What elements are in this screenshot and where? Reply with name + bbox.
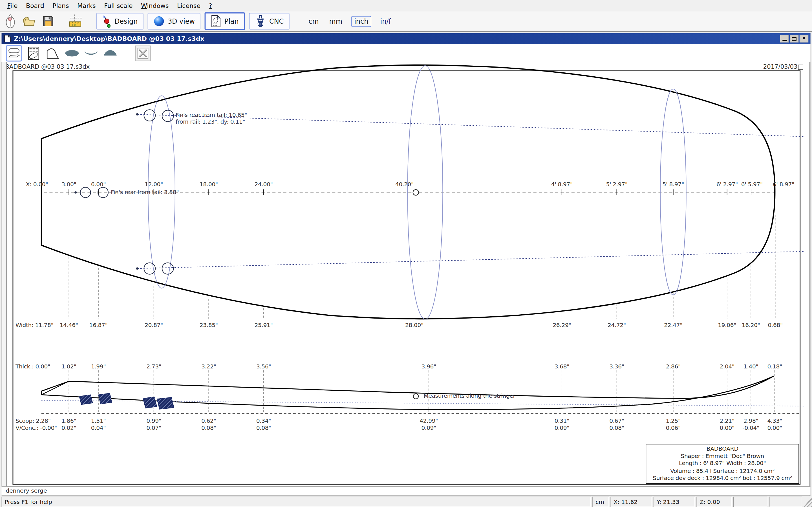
- menu-item-windows[interactable]: Windows: [137, 1, 173, 10]
- unit-cm[interactable]: cm: [307, 16, 320, 26]
- design-nodes-icon: [102, 14, 111, 28]
- outline-profile-view-icon[interactable]: [6, 45, 22, 61]
- plan-button-label: Plan: [224, 17, 239, 25]
- cnc-button-label: CNC: [269, 17, 284, 25]
- menu-item--[interactable]: ?: [205, 1, 216, 10]
- minimize-button[interactable]: [780, 35, 789, 43]
- unit-inf[interactable]: in/f: [378, 16, 393, 26]
- spec-sheet-icon[interactable]: [26, 45, 42, 61]
- cnc-mill-icon: [255, 15, 266, 27]
- 3d-view-button[interactable]: 3D view: [147, 13, 200, 30]
- view-toolbar: [2, 44, 811, 62]
- open-folder-icon[interactable]: [22, 13, 37, 30]
- slice-curve-icon[interactable]: [45, 45, 61, 61]
- user-name: dennery serge: [6, 487, 47, 494]
- hand-draw-icon[interactable]: [3, 13, 18, 30]
- document-footer: dennery serge: [2, 487, 811, 495]
- status-x: X: 11.62: [611, 497, 652, 507]
- app-window: FileBoardPlansMarksFull scaleWindowsLice…: [0, 0, 812, 507]
- close-button[interactable]: ✕: [800, 35, 808, 43]
- document-area: [2, 33, 811, 496]
- 3d-view-button-label: 3D view: [168, 17, 195, 25]
- main-toolbar: 1 0 Design 3D view: [0, 11, 812, 32]
- header-checkbox[interactable]: [798, 65, 803, 70]
- status-unit: cm: [592, 497, 609, 507]
- bottom-curve-icon[interactable]: [84, 45, 99, 61]
- status-empty-1: [733, 497, 767, 507]
- document-title: Z:\Users\dennery\Desktop\BADBOARD @03 03…: [14, 35, 204, 42]
- ruler-icon[interactable]: 1 0: [67, 13, 83, 30]
- menu-item-board[interactable]: Board: [22, 1, 48, 10]
- menu-item-file[interactable]: File: [3, 1, 22, 10]
- design-button[interactable]: Design: [96, 13, 144, 30]
- status-bar: Press F1 for help cm X: 11.62 Y: 21.33 Z…: [0, 496, 812, 507]
- menu-bar: FileBoardPlansMarksFull scaleWindowsLice…: [0, 0, 812, 11]
- status-empty-2: [769, 497, 802, 507]
- maximize-button[interactable]: [790, 35, 799, 43]
- menu-item-full-scale[interactable]: Full scale: [100, 1, 137, 10]
- unit-selector: cm mm inch in/f: [307, 16, 393, 27]
- status-z: Z: 0.00: [696, 497, 732, 507]
- plan-document-icon: [211, 15, 221, 27]
- status-y: Y: 21.33: [654, 497, 695, 507]
- slice-filled-icon[interactable]: [64, 45, 80, 61]
- unit-mm[interactable]: mm: [327, 16, 344, 26]
- document-icon: [4, 35, 11, 43]
- status-help: Press F1 for help: [2, 497, 591, 507]
- document-title-bar[interactable]: Z:\Users\dennery\Desktop\BADBOARD @03 03…: [2, 33, 811, 44]
- design-button-label: Design: [114, 17, 138, 25]
- unit-inch[interactable]: inch: [351, 16, 371, 27]
- svg-text:1 0: 1 0: [71, 23, 75, 26]
- plan-button[interactable]: Plan: [205, 12, 245, 30]
- sphere-icon: [153, 15, 164, 27]
- deck-dome-icon[interactable]: [103, 45, 118, 61]
- menu-item-plans[interactable]: Plans: [49, 1, 73, 10]
- save-icon[interactable]: [40, 13, 56, 30]
- cnc-button[interactable]: CNC: [249, 13, 289, 30]
- left-scrollbar[interactable]: [2, 62, 7, 486]
- resize-grip[interactable]: [804, 497, 812, 507]
- menu-item-license[interactable]: License: [173, 1, 205, 10]
- menu-item-marks[interactable]: Marks: [73, 1, 100, 10]
- export-excel-icon[interactable]: [135, 45, 151, 61]
